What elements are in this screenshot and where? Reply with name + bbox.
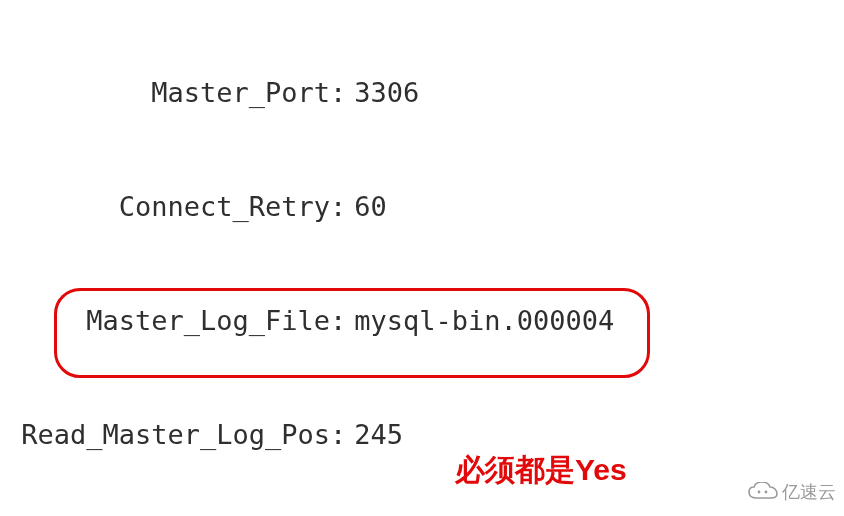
- status-key: Master_Port: [0, 74, 330, 112]
- cloud-icon: [748, 482, 778, 502]
- status-row: Master_Log_File:mysql-bin.000004: [0, 302, 614, 340]
- slave-status-output: Master_Port:3306 Connect_Retry:60 Master…: [0, 0, 614, 516]
- colon: :: [330, 74, 354, 112]
- status-row: Read_Master_Log_Pos:245: [0, 416, 614, 454]
- status-value: 60: [354, 188, 387, 226]
- svg-point-1: [765, 491, 768, 494]
- colon: :: [330, 302, 354, 340]
- status-value: mysql-bin.000004: [354, 302, 614, 340]
- annotation-text: 必须都是Yes: [455, 450, 627, 491]
- colon: :: [330, 188, 354, 226]
- status-value: 3306: [354, 74, 419, 112]
- status-row: Connect_Retry:60: [0, 188, 614, 226]
- status-key: Read_Master_Log_Pos: [0, 416, 330, 454]
- colon: :: [330, 416, 354, 454]
- status-row: Master_Port:3306: [0, 74, 614, 112]
- watermark: 亿速云: [748, 480, 836, 504]
- status-key: Master_Log_File: [0, 302, 330, 340]
- status-key: Connect_Retry: [0, 188, 330, 226]
- watermark-text: 亿速云: [782, 480, 836, 504]
- status-value: 245: [354, 416, 403, 454]
- svg-point-0: [758, 491, 761, 494]
